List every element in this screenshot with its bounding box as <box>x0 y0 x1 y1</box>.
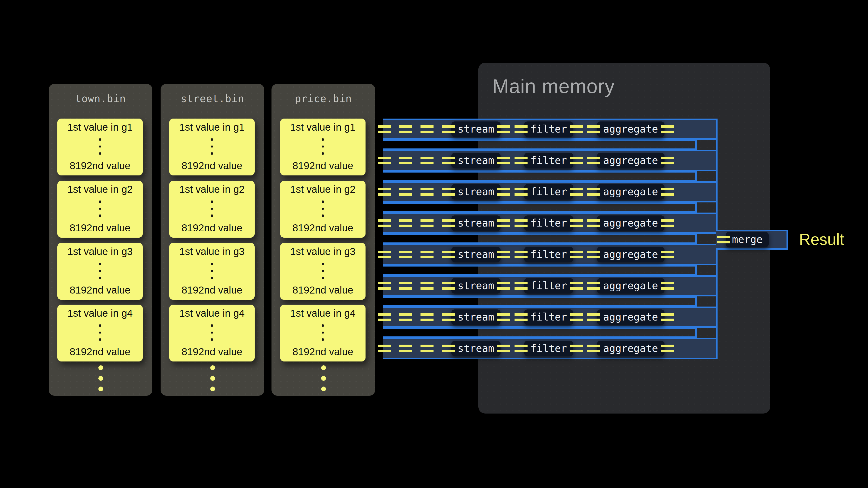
data-flow-dash-icon <box>399 313 412 321</box>
value-block-g4: 1st value in g48192nd value <box>280 304 366 361</box>
vertical-ellipsis-icon <box>322 138 324 155</box>
data-flow-dash-icon <box>497 188 510 196</box>
data-flow-dash-icon <box>661 219 674 227</box>
ellipsis-dot <box>322 325 324 327</box>
ellipsis-dot <box>321 365 326 370</box>
ellipsis-dot <box>99 332 101 334</box>
ellipsis-dot <box>99 325 101 327</box>
merge-bus-line <box>716 250 717 359</box>
data-flow-dash-icon <box>661 251 674 258</box>
ellipsis-dot <box>322 208 324 210</box>
data-flow-dash-icon <box>442 188 455 196</box>
ellipsis-dot <box>98 365 103 370</box>
buffer-gap-box <box>383 202 697 213</box>
ellipsis-dot <box>211 208 213 210</box>
ellipsis-dot <box>210 376 215 381</box>
data-flow-dash-icon <box>497 157 510 164</box>
data-flow-dash-icon <box>378 345 391 352</box>
data-flow-dash-icon <box>570 282 583 290</box>
vertical-ellipsis-icon <box>211 201 213 217</box>
data-flow-dash-icon <box>399 157 412 164</box>
buffer-gap-box <box>383 139 697 150</box>
data-flow-dash-icon <box>421 282 434 290</box>
ellipsis-dot <box>211 215 213 217</box>
data-flow-dash-icon <box>587 313 600 321</box>
ellipsis-dot <box>99 270 101 272</box>
value-block-g1: 1st value in g18192nd value <box>169 119 255 175</box>
vertical-ellipsis-icon <box>99 325 101 341</box>
vertical-ellipsis-icon <box>211 263 213 279</box>
data-flow-dash-icon <box>378 188 391 196</box>
value-block-g2: 1st value in g28192nd value <box>280 181 366 238</box>
ellipsis-dot <box>322 153 324 155</box>
file-name: price.bin <box>272 93 375 105</box>
data-flow-dash-icon <box>421 125 434 133</box>
filter-chip: filter <box>524 153 574 168</box>
data-flow-dash-icon <box>587 125 600 133</box>
merge-connector-box: merge <box>716 230 788 250</box>
block-first-value-label: 1st value in g1 <box>179 122 245 133</box>
ellipsis-dot <box>98 376 103 381</box>
data-flow-dash-icon <box>399 125 412 133</box>
data-flow-dash-icon <box>515 345 528 352</box>
data-flow-dash-icon <box>399 219 412 227</box>
data-flow-dash-icon <box>570 125 583 133</box>
value-block-g4: 1st value in g48192nd value <box>57 304 143 361</box>
stream-chip: stream <box>452 247 500 262</box>
file-panel-town: town.bin1st value in g18192nd value1st v… <box>49 84 152 396</box>
aggregate-chip: aggregate <box>597 278 664 294</box>
pipeline-row: streamfilteraggregate <box>383 150 717 171</box>
data-flow-dash-icon <box>378 313 391 321</box>
aggregate-chip: aggregate <box>597 184 664 199</box>
block-first-value-label: 1st value in g4 <box>67 307 133 319</box>
ellipsis-dot <box>211 145 213 148</box>
result-label: Result <box>799 230 844 249</box>
aggregate-chip: aggregate <box>597 216 664 231</box>
block-last-value-label: 8192nd value <box>182 284 242 296</box>
ellipsis-dot <box>211 263 213 265</box>
stream-chip: stream <box>452 184 500 199</box>
ellipsis-dot <box>321 376 326 381</box>
data-flow-dash-icon <box>442 313 455 321</box>
ellipsis-dot <box>99 153 101 155</box>
data-flow-dash-icon <box>399 345 412 352</box>
stream-chip: stream <box>452 153 500 168</box>
data-flow-dash-icon <box>587 157 600 164</box>
pipeline-row: streamfilteraggregate <box>383 338 717 359</box>
data-flow-dash-icon <box>587 251 600 258</box>
vertical-ellipsis-icon <box>99 263 101 279</box>
pipeline-row: streamfilteraggregate <box>383 119 717 139</box>
stream-chip: stream <box>452 122 500 137</box>
more-groups-ellipsis-icon <box>321 365 326 391</box>
stream-chip: stream <box>452 278 500 294</box>
filter-chip: filter <box>524 310 574 325</box>
data-flow-dash-icon <box>515 188 528 196</box>
data-flow-dash-icon <box>421 157 434 164</box>
value-block-g3: 1st value in g38192nd value <box>169 243 255 300</box>
ellipsis-dot <box>99 277 101 279</box>
ellipsis-dot <box>99 338 101 341</box>
pipeline-row: streamfilteraggregate <box>383 213 717 233</box>
filter-chip: filter <box>524 216 574 231</box>
data-flow-dash-icon <box>515 313 528 321</box>
data-flow-dash-icon <box>442 125 455 133</box>
buffer-gap-box <box>383 265 697 275</box>
ellipsis-dot <box>211 325 213 327</box>
block-last-value-label: 8192nd value <box>182 222 242 234</box>
ellipsis-dot <box>210 365 215 370</box>
ellipsis-dot <box>322 277 324 279</box>
block-last-value-label: 8192nd value <box>292 346 353 358</box>
ellipsis-dot <box>322 263 324 265</box>
data-flow-dash-icon <box>497 282 510 290</box>
main-memory-title: Main memory <box>478 63 770 98</box>
data-flow-dash-icon <box>421 251 434 258</box>
data-flow-dash-icon <box>442 282 455 290</box>
ellipsis-dot <box>211 201 213 203</box>
file-name: town.bin <box>49 93 152 105</box>
filter-chip: filter <box>524 184 574 199</box>
merge-chip: merge <box>726 232 769 247</box>
data-flow-dash-icon <box>378 219 391 227</box>
ellipsis-dot <box>322 338 324 341</box>
ellipsis-dot <box>321 387 326 391</box>
ellipsis-dot <box>322 332 324 334</box>
